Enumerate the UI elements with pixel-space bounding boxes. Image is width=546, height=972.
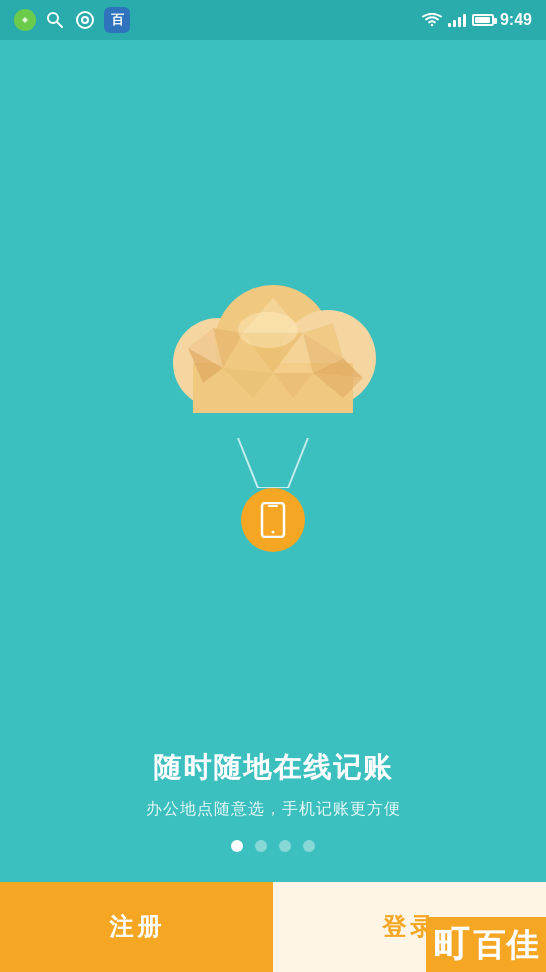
svg-point-25 xyxy=(238,312,298,348)
login-button[interactable]: 登录 町 百佳 xyxy=(273,882,546,972)
illustration-area xyxy=(153,40,393,749)
dot-3[interactable] xyxy=(279,840,291,852)
status-bar: 百 9:49 xyxy=(0,0,546,40)
connector-lines xyxy=(203,438,343,488)
dot-2[interactable] xyxy=(255,840,267,852)
svg-text:百佳: 百佳 xyxy=(473,927,539,963)
headline: 随时随地在线记账 xyxy=(153,749,393,787)
wifi-icon xyxy=(422,13,442,27)
register-button[interactable]: 注册 xyxy=(0,882,273,972)
dot-4[interactable] xyxy=(303,840,315,852)
main-content: 随时随地在线记账 办公地点随意选，手机记账更方便 注册 登录 町 百佳 xyxy=(0,40,546,972)
battery-icon xyxy=(472,14,494,26)
baidu-icon: 百 xyxy=(104,7,130,33)
bottom-buttons: 注册 登录 町 百佳 xyxy=(0,882,546,972)
svg-point-30 xyxy=(272,530,275,533)
status-bar-left: 百 xyxy=(14,7,130,33)
text-section: 随时随地在线记账 办公地点随意选，手机记账更方便 xyxy=(106,749,441,820)
status-time: 9:49 xyxy=(500,11,532,29)
svg-line-26 xyxy=(238,438,258,488)
subheadline: 办公地点随意选，手机记账更方便 xyxy=(146,799,401,820)
svg-line-2 xyxy=(57,22,62,27)
watermark-text: 町 百佳 xyxy=(431,920,541,970)
svg-point-4 xyxy=(82,17,88,23)
phone-icon-circle xyxy=(241,488,305,552)
app-icon-1 xyxy=(14,9,36,31)
phone-icon xyxy=(258,502,288,538)
cloud-illustration xyxy=(153,258,393,438)
search-icon xyxy=(44,9,66,31)
svg-point-3 xyxy=(77,12,93,28)
dots-indicator xyxy=(231,840,315,852)
watermark: 町 百佳 xyxy=(426,917,546,972)
cloud-connector xyxy=(153,258,393,552)
ring-icon xyxy=(74,9,96,31)
status-bar-right: 9:49 xyxy=(422,11,532,29)
svg-text:町: 町 xyxy=(433,923,470,964)
svg-line-27 xyxy=(288,438,308,488)
dot-1[interactable] xyxy=(231,840,243,852)
signal-icon xyxy=(448,13,466,27)
